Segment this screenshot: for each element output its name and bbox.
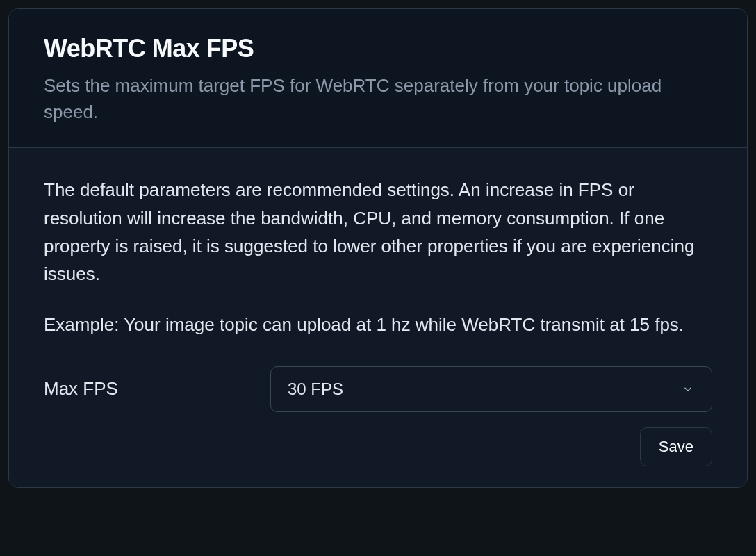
settings-card: WebRTC Max FPS Sets the maximum target F… xyxy=(8,8,748,488)
save-button[interactable]: Save xyxy=(640,427,712,466)
max-fps-select[interactable]: 30 FPS xyxy=(270,366,712,412)
example-text: Example: Your image topic can upload at … xyxy=(44,311,712,338)
max-fps-label: Max FPS xyxy=(44,378,270,400)
chevron-down-icon xyxy=(681,382,695,396)
card-subtitle: Sets the maximum target FPS for WebRTC s… xyxy=(44,73,712,125)
max-fps-value: 30 FPS xyxy=(288,379,343,399)
description-text: The default parameters are recommended s… xyxy=(44,176,712,288)
card-body: The default parameters are recommended s… xyxy=(9,148,747,486)
card-title: WebRTC Max FPS xyxy=(44,34,712,63)
card-header: WebRTC Max FPS Sets the maximum target F… xyxy=(9,9,747,148)
max-fps-row: Max FPS 30 FPS xyxy=(44,366,712,412)
max-fps-select-wrapper: 30 FPS xyxy=(270,366,712,412)
button-row: Save xyxy=(44,427,712,466)
